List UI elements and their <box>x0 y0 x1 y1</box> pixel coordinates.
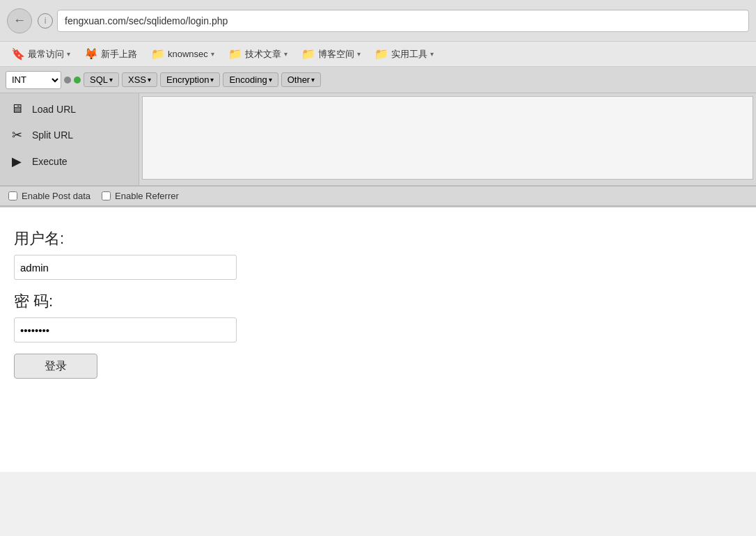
url-textarea-wrap <box>139 93 756 185</box>
xss-menu-button[interactable]: XSS ▾ <box>122 72 157 87</box>
enable-referrer-text: Enable Referrer <box>115 191 179 201</box>
other-menu-arrow: ▾ <box>311 76 315 84</box>
sidebar-item-load-url[interactable]: 🖥 Load URL <box>0 96 139 122</box>
bookmark-item-knownsec[interactable]: 📁 knownsec ▾ <box>145 46 220 62</box>
split-url-icon: ✂ <box>8 127 25 143</box>
bookmark-label-boke: 博客空间 <box>318 48 354 61</box>
back-button[interactable]: ← <box>7 8 32 33</box>
bookmark-item-xinshou[interactable]: 🦊 新手上路 <box>79 46 143 62</box>
login-button[interactable]: 登录 <box>14 354 97 379</box>
bookmark-item-boke[interactable]: 📁 博客空间 ▾ <box>296 46 366 62</box>
other-menu-label: Other <box>288 74 310 85</box>
bookmark-arrow-knownsec: ▾ <box>211 50 214 58</box>
password-input[interactable] <box>14 317 237 342</box>
encryption-menu-label: Encryption <box>166 74 209 85</box>
plugin-bottom-bar: Enable Post data Enable Referrer <box>0 187 756 207</box>
sidebar-label-execute: Execute <box>32 156 68 167</box>
bookmark-label-knownsec: knownsec <box>168 49 208 59</box>
encoding-menu-button[interactable]: Encoding ▾ <box>223 72 278 87</box>
encryption-menu-button[interactable]: Encryption ▾ <box>160 72 220 87</box>
address-bar[interactable] <box>57 10 749 32</box>
sidebar-item-split-url[interactable]: ✂ Split URL <box>0 122 139 148</box>
bookmark-item-zuichang[interactable]: 🔖 最常访问 ▾ <box>6 46 76 62</box>
bookmark-label-jishu: 技术文章 <box>245 48 281 61</box>
bookmark-label-shiyong: 实用工具 <box>391 48 427 61</box>
plugin-area: 🖥 Load URL ✂ Split URL ▶ Execute <box>0 93 756 187</box>
username-label: 用户名: <box>14 228 742 249</box>
type-select[interactable]: INT STRING NONE <box>6 71 61 89</box>
bookmark-icon-knownsec: 📁 <box>151 47 165 61</box>
username-input[interactable] <box>14 255 237 280</box>
sidebar-item-execute[interactable]: ▶ Execute <box>0 148 139 175</box>
bookmark-icon-zuichang: 🔖 <box>11 47 25 61</box>
bookmark-label-xinshou: 新手上路 <box>101 48 137 61</box>
plugin-sidebar: 🖥 Load URL ✂ Split URL ▶ Execute <box>0 93 139 185</box>
other-menu-button[interactable]: Other ▾ <box>281 72 322 87</box>
bookmark-label-zuichang: 最常访问 <box>28 48 64 61</box>
bookmark-icon-xinshou: 🦊 <box>84 47 98 61</box>
bookmark-icon-jishu: 📁 <box>228 47 242 61</box>
encoding-menu-arrow: ▾ <box>269 76 272 84</box>
load-url-icon: 🖥 <box>8 102 25 116</box>
xss-menu-arrow: ▾ <box>148 76 151 84</box>
enable-post-data-label[interactable]: Enable Post data <box>8 191 90 201</box>
browser-chrome: ← i 🔖 最常访问 ▾ 🦊 新手上路 📁 knownsec ▾ 📁 技术文章 … <box>0 0 756 207</box>
bookmark-arrow-jishu: ▾ <box>284 50 288 58</box>
dot-green-icon <box>74 77 81 84</box>
bookmark-arrow-boke: ▾ <box>357 50 361 58</box>
encoding-menu-label: Encoding <box>229 74 267 85</box>
enable-referrer-label[interactable]: Enable Referrer <box>102 191 179 201</box>
sidebar-label-split-url: Split URL <box>32 129 73 141</box>
url-textarea[interactable] <box>142 96 753 180</box>
sql-menu-label: SQL <box>90 74 108 85</box>
bookmark-item-jishu[interactable]: 📁 技术文章 ▾ <box>223 46 293 62</box>
bookmark-arrow-shiyong: ▾ <box>430 50 434 58</box>
dot-gray-icon <box>64 77 71 84</box>
sql-menu-arrow: ▾ <box>109 76 113 84</box>
bookmarks-bar: 🔖 最常访问 ▾ 🦊 新手上路 📁 knownsec ▾ 📁 技术文章 ▾ 📁 … <box>0 42 756 67</box>
enable-post-data-text: Enable Post data <box>22 191 90 201</box>
info-button[interactable]: i <box>38 13 53 29</box>
execute-icon: ▶ <box>8 154 25 169</box>
sql-menu-button[interactable]: SQL ▾ <box>84 72 119 87</box>
top-bar: ← i <box>0 0 756 42</box>
password-label: 密 码: <box>14 291 742 312</box>
sidebar-label-load-url: Load URL <box>32 104 76 115</box>
xss-menu-label: XSS <box>128 74 146 85</box>
enable-referrer-checkbox[interactable] <box>102 191 111 200</box>
bookmark-arrow-zuichang: ▾ <box>67 50 70 58</box>
encryption-menu-arrow: ▾ <box>210 76 214 84</box>
bookmark-icon-shiyong: 📁 <box>375 47 388 61</box>
bookmark-item-shiyong[interactable]: 📁 实用工具 ▾ <box>369 46 439 62</box>
hakbar-toolbar: INT STRING NONE SQL ▾ XSS ▾ Encryption ▾… <box>0 67 756 93</box>
page-content: 用户名: 密 码: 登录 <box>0 207 756 472</box>
bookmark-icon-boke: 📁 <box>301 47 315 61</box>
enable-post-data-checkbox[interactable] <box>8 191 17 200</box>
